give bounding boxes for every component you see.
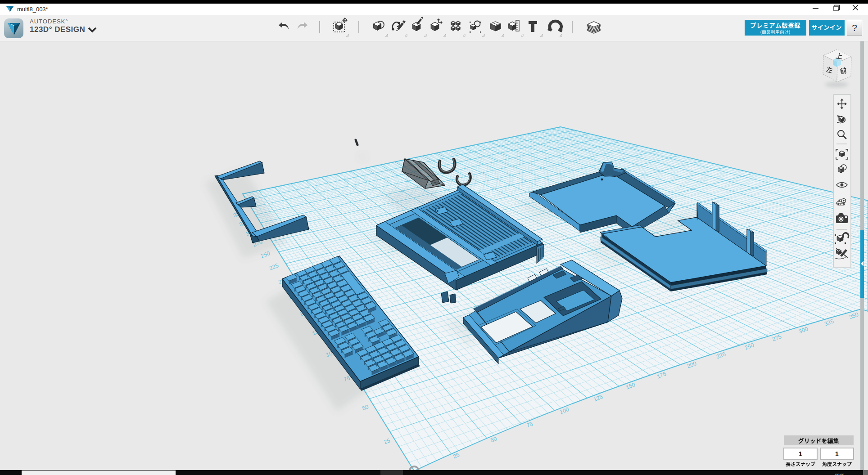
svg-text:25: 25 xyxy=(383,437,391,445)
svg-text:123D° DESIGN: 123D° DESIGN xyxy=(30,25,85,34)
svg-text:350: 350 xyxy=(848,311,859,321)
svg-text:50: 50 xyxy=(362,403,370,412)
svg-text:AUTODESK°: AUTODESK° xyxy=(30,18,68,25)
svg-text:225: 225 xyxy=(268,262,280,272)
